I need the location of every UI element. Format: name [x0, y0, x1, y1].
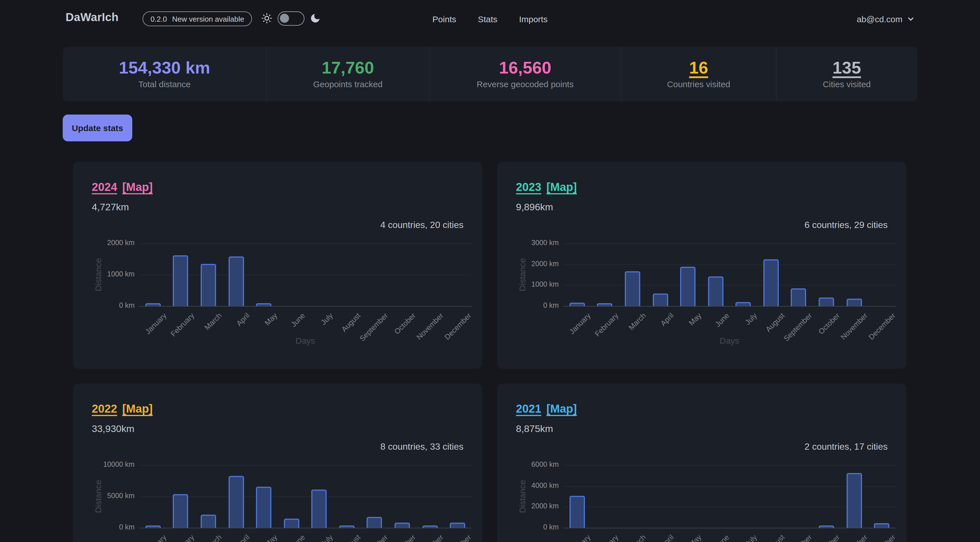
chart-ytick: 3000 km	[497, 239, 559, 247]
chart-month-label: October	[817, 533, 842, 542]
theme-toggle[interactable]	[278, 11, 304, 25]
chart-month-label: May	[687, 533, 703, 542]
chart-month-label: October	[817, 311, 842, 336]
chart-month-label: October	[393, 533, 418, 542]
user-menu[interactable]: ab@cd.com	[857, 0, 915, 38]
chart-month-label: August	[764, 533, 786, 542]
chart-bars	[139, 243, 471, 306]
chart-x-axis: JanuaryFebruaryMarchAprilMayJuneJulyAugu…	[139, 533, 471, 542]
year-distance: 9,896km	[516, 202, 553, 213]
chart-bars	[563, 465, 896, 528]
nav-link-stats[interactable]: Stats	[478, 14, 497, 24]
update-stats-button[interactable]: Update stats	[63, 114, 132, 141]
chart-month-label: November	[415, 533, 445, 542]
chart-bar-november	[846, 473, 862, 528]
chart-baseline	[563, 306, 896, 307]
chart-month-label: July	[319, 311, 334, 327]
chart-ytick: 2000 km	[73, 239, 135, 247]
chart-ytick: 4000 km	[497, 481, 559, 489]
year-link-2024[interactable]: 2024	[92, 181, 117, 194]
chart-month-label: February	[593, 311, 620, 338]
chart-month-label: January	[143, 311, 168, 336]
chart-month-label: July	[743, 311, 759, 327]
nav-link-imports[interactable]: Imports	[519, 14, 547, 24]
badge-text: New version available	[172, 14, 244, 23]
year-card: 2024 [Map] 4,727km 4 countries, 20 citie…	[73, 162, 482, 369]
year-summary: 6 countries, 29 cities	[804, 220, 888, 230]
chart-bar-december	[874, 523, 889, 528]
year-link-2021[interactable]: 2021	[516, 402, 541, 415]
chart-bar-april	[228, 476, 244, 528]
stat-value[interactable]: 16	[689, 59, 708, 76]
year-card: 2022 [Map] 33,930km 8 countries, 33 citi…	[73, 383, 482, 542]
chart-bar-february	[173, 255, 188, 306]
chart-ytick: 10000 km	[73, 461, 135, 469]
chart-x-axis: JanuaryFebruaryMarchAprilMayJuneJulyAugu…	[563, 533, 896, 542]
sun-icon	[261, 13, 272, 24]
app-header: DaWarIch 0.2.0 New version available	[0, 0, 980, 38]
chart-ytick: 5000 km	[73, 492, 135, 500]
chart-month-label: June	[713, 533, 731, 542]
stat-label: Geopoints tracked	[313, 79, 383, 89]
chart-bar-june	[284, 519, 299, 528]
year-summary: 4 countries, 20 cities	[380, 220, 463, 230]
chart-month-label: October	[393, 311, 418, 336]
chart-ytick: 0 km	[73, 302, 135, 310]
app-logo[interactable]: DaWarIch	[65, 11, 119, 24]
chart-bar-november	[422, 526, 438, 528]
version-badge[interactable]: 0.2.0 New version available	[143, 11, 252, 26]
stat-label: Reverse geocoded points	[477, 79, 574, 89]
chart-baseline	[139, 528, 471, 528]
stat-cell: 16,560 Reverse geocoded points	[429, 47, 622, 102]
chart-month-label: March	[627, 533, 648, 542]
year-card-header: 2023 [Map]	[516, 181, 577, 194]
chart-bar-may	[256, 487, 271, 528]
year-distance: 33,930km	[92, 423, 134, 435]
chart-ytick: 0 km	[73, 523, 135, 531]
chart-bar-may	[256, 303, 271, 306]
map-link-2023[interactable]: [Map]	[546, 181, 577, 194]
chart-bar-october	[819, 297, 834, 306]
theme-switcher	[261, 10, 321, 27]
chart-bars	[563, 243, 896, 306]
nav-link-points[interactable]: Points	[433, 14, 456, 24]
chart-bar-april	[652, 294, 668, 306]
chart-month-label: August	[339, 533, 362, 542]
chart-bar-june	[708, 277, 723, 306]
map-link-2022[interactable]: [Map]	[122, 402, 153, 415]
dawarich-app: DaWarIch 0.2.0 New version available	[0, 0, 980, 542]
year-link-2022[interactable]: 2022	[92, 402, 117, 415]
map-link-2024[interactable]: [Map]	[122, 181, 153, 194]
chart-month-label: June	[290, 311, 307, 329]
map-link-2021[interactable]: [Map]	[546, 402, 577, 415]
chart-month-label: August	[339, 311, 362, 334]
chart-bar-march	[200, 264, 216, 306]
chart-bar-february	[597, 303, 612, 306]
chart-bar-december	[450, 523, 465, 528]
stat-cell: 16 Countries visited	[622, 47, 776, 102]
chart-ytick: 1000 km	[73, 270, 135, 278]
stat-value[interactable]: 135	[833, 59, 861, 76]
chart-month-label: January	[568, 533, 592, 542]
stat-cell: 154,330 km Total distance	[63, 47, 267, 102]
user-email: ab@cd.com	[857, 14, 902, 24]
year-link-2023[interactable]: 2023	[516, 181, 541, 194]
chart-month-label: May	[687, 311, 703, 327]
year-distance: 4,727km	[92, 202, 129, 213]
chart-bar-january	[145, 303, 161, 306]
chart-bar-august	[764, 259, 779, 306]
year-cards-grid: 2024 [Map] 4,727km 4 countries, 20 citie…	[73, 162, 907, 542]
chart-bar-january	[570, 303, 585, 306]
chart-bar-september	[367, 517, 382, 528]
chart-bar-november	[846, 299, 862, 306]
chart-bar-october	[819, 526, 834, 528]
stats-bar: 154,330 km Total distance 17,760 Geopoin…	[63, 47, 917, 102]
chart-bar-january	[145, 526, 161, 528]
chart-month-label: March	[203, 311, 223, 332]
chart-month-label: April	[235, 533, 251, 542]
stat-label: Total distance	[138, 79, 191, 89]
year-summary: 8 countries, 33 cities	[380, 442, 463, 452]
main-nav: PointsStatsImports	[433, 0, 547, 38]
year-card: 2021 [Map] 8,875km 2 countries, 17 citie…	[497, 383, 907, 542]
stat-value: 17,760	[322, 59, 374, 76]
